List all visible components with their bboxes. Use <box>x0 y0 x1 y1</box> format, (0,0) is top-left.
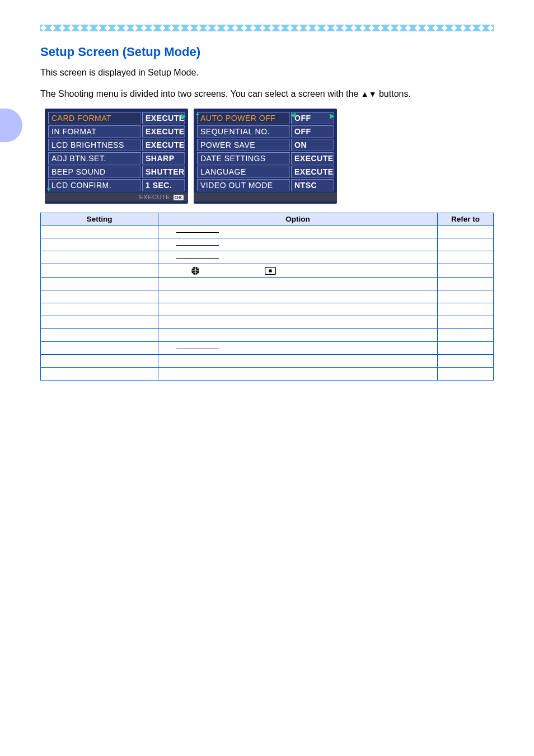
cell-option <box>158 290 438 303</box>
lcd-row-label: ADJ BTN.SET. <box>48 152 141 165</box>
intro-text-1: This screen is displayed in Setup Mode. <box>40 66 494 79</box>
intro-text-2a: The Shooting menu is divided into two sc… <box>40 89 361 98</box>
cell-refer <box>438 278 494 290</box>
lcd-row-label: BEEP SOUND <box>48 166 141 178</box>
lcd-row: LCD BRIGHTNESSEXECUTE <box>48 139 185 151</box>
cell-option <box>158 329 438 342</box>
cell-setting <box>41 226 158 238</box>
lcd-row-value: EXECUTE <box>142 112 185 124</box>
lcd-row-label: CARD FORMAT <box>48 112 141 124</box>
cell-refer <box>438 238 494 251</box>
lcd-row: POWER SAVEON <box>197 139 334 151</box>
af-frame-icon <box>265 267 276 275</box>
table-row <box>41 355 494 368</box>
lcd-row: CARD FORMATEXECUTE <box>48 112 185 124</box>
lcd-row-label: POWER SAVE <box>197 139 290 151</box>
cell-setting <box>41 355 158 368</box>
table-row <box>41 329 494 342</box>
lcd-row-label: DATE SETTINGS <box>197 152 290 165</box>
cell-option <box>158 278 438 290</box>
cell-refer <box>438 329 494 342</box>
intro-text-2b: buttons. <box>377 89 411 98</box>
cell-option <box>158 226 438 238</box>
cell-option <box>158 316 438 329</box>
cell-setting <box>41 368 158 381</box>
lcd-row: SEQUENTIAL NO.OFF <box>197 125 334 138</box>
table-row <box>41 342 494 355</box>
lcd-row-label: LCD BRIGHTNESS <box>48 139 141 151</box>
cell-refer <box>438 226 494 238</box>
lcd-row-value: EXECUTE <box>142 139 185 151</box>
cell-option <box>158 264 438 278</box>
scroll-up-arrow-icon: ▲ <box>195 110 200 116</box>
scroll-down-arrow-icon: ▼ <box>46 186 51 192</box>
lcd-row: AUTO POWER OFFOFF <box>197 112 334 124</box>
lcd-row: LCD CONFIRM.1 SEC. <box>48 179 185 191</box>
table-row <box>41 290 494 303</box>
lcd-row: ADJ BTN.SET.SHARP <box>48 152 185 165</box>
col-setting-header: Setting <box>41 213 158 226</box>
cell-setting <box>41 316 158 329</box>
col-option-header: Option <box>158 213 438 226</box>
table-row <box>41 278 494 290</box>
lcd-row-value: SHARP <box>142 152 185 165</box>
cell-setting <box>41 238 158 251</box>
lcd-footer-label: EXECUTE <box>139 194 170 200</box>
lcd-row-value: OFF <box>291 125 334 138</box>
cell-refer <box>438 251 494 264</box>
cell-option <box>158 355 438 368</box>
nav-right-icon: ▶ <box>181 112 186 120</box>
lcd-row: LANGUAGEEXECUTE <box>197 166 334 178</box>
lcd-row-label: AUTO POWER OFF <box>197 112 290 124</box>
lcd-menu-2: ▲ ▶ ▶ AUTO POWER OFFOFFSEQUENTIAL NO.OFF… <box>194 109 337 204</box>
settings-table: Setting Option Refer to <box>40 213 494 381</box>
nav-left-icon: ▶ <box>290 112 296 120</box>
cell-refer <box>438 303 494 316</box>
decorative-strip <box>40 25 494 31</box>
cell-option <box>158 368 438 381</box>
table-row <box>41 316 494 329</box>
cell-refer <box>438 264 494 278</box>
cell-setting <box>41 303 158 316</box>
cell-option <box>158 303 438 316</box>
cell-setting <box>41 329 158 342</box>
cell-setting <box>41 264 158 278</box>
table-row <box>41 238 494 251</box>
col-refer-header: Refer to <box>438 213 494 226</box>
table-row <box>41 264 494 278</box>
lcd-screenshots-row: ▼ ▶ CARD FORMATEXECUTEIN FORMATEXECUTELC… <box>45 109 494 204</box>
lcd-row: VIDEO OUT MODENTSC <box>197 179 334 191</box>
lcd-row-label: IN FORMAT <box>48 125 141 138</box>
cell-option <box>158 251 438 264</box>
lcd-row-label: VIDEO OUT MODE <box>197 179 290 191</box>
lcd-row: IN FORMATEXECUTE <box>48 125 185 138</box>
table-row <box>41 226 494 238</box>
cell-option <box>158 238 438 251</box>
cell-refer <box>438 316 494 329</box>
cell-option <box>158 342 438 355</box>
lcd-menu-1: ▼ ▶ CARD FORMATEXECUTEIN FORMATEXECUTELC… <box>45 109 188 204</box>
blank-underline <box>176 349 219 349</box>
cell-setting <box>41 342 158 355</box>
cell-refer <box>438 368 494 381</box>
lcd-row-label: LCD CONFIRM. <box>48 179 141 191</box>
cell-setting <box>41 290 158 303</box>
lcd-row-value: EXECUTE <box>142 125 185 138</box>
lcd-row-value: ON <box>291 139 334 151</box>
intro-text-2: The Shooting menu is divided into two sc… <box>40 87 494 101</box>
nav-right-icon: ▶ <box>330 112 335 120</box>
lcd-row-label: LANGUAGE <box>197 166 290 178</box>
lcd-row-value: SHUTTER <box>142 166 185 178</box>
table-row <box>41 251 494 264</box>
lcd-row-value: NTSC <box>291 179 334 191</box>
cell-refer <box>438 342 494 355</box>
lcd-row-value: OFF <box>291 112 334 124</box>
section-heading: Setup Screen (Setup Mode) <box>40 45 494 59</box>
blank-underline <box>176 258 219 259</box>
cell-refer <box>438 290 494 303</box>
table-row <box>41 303 494 316</box>
lcd-row: BEEP SOUNDSHUTTER <box>48 166 185 178</box>
lcd-footer: EXECUTE OK <box>45 192 188 201</box>
lcd-row-value: 1 SEC. <box>142 179 185 191</box>
lcd-row: DATE SETTINGSEXECUTE <box>197 152 334 165</box>
